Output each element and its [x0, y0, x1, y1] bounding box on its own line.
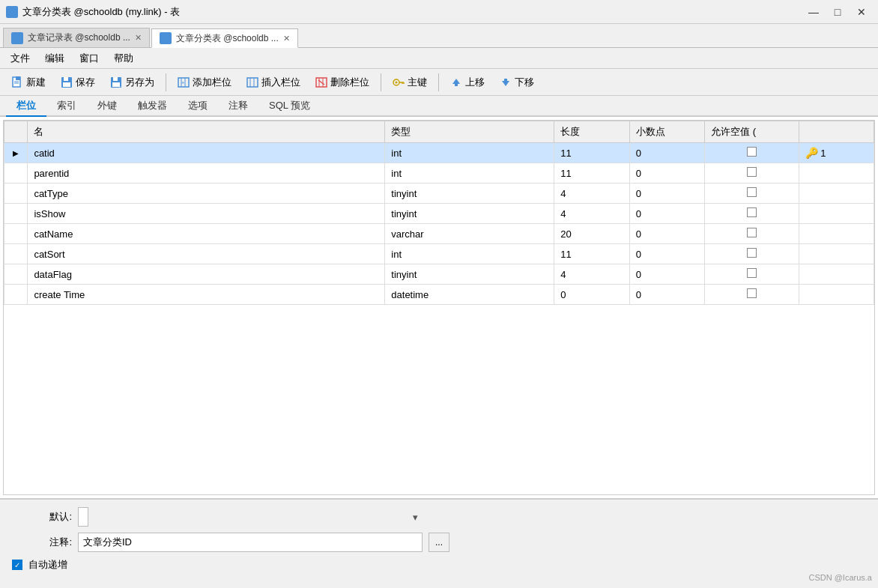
- allownull-checkbox[interactable]: [747, 248, 757, 258]
- tab-articles-close[interactable]: ✕: [135, 33, 142, 43]
- allownull-checkbox[interactable]: [747, 228, 757, 237]
- row-indicator: [4, 264, 28, 285]
- col-allownull-cell[interactable]: [705, 184, 799, 204]
- comment-input[interactable]: [78, 533, 423, 552]
- col-length-cell: 4: [554, 184, 629, 204]
- col-decimal-cell: 0: [629, 163, 704, 184]
- col-extra-cell: 🔑 1: [799, 143, 874, 163]
- separator-3: [438, 73, 439, 91]
- col-allownull-cell[interactable]: [705, 285, 799, 305]
- autoincrement-label: 自动递增: [28, 558, 67, 572]
- allownull-checkbox[interactable]: [747, 207, 757, 217]
- col-decimal-cell: 0: [629, 184, 704, 204]
- tab-foreignkeys[interactable]: 外键: [87, 96, 127, 117]
- tab-triggers[interactable]: 触发器: [127, 96, 178, 117]
- movedown-button[interactable]: 下移: [493, 72, 541, 93]
- svg-rect-15: [247, 78, 258, 87]
- col-type-cell: tinyint: [385, 184, 554, 204]
- svg-rect-6: [63, 82, 70, 87]
- save-icon: [61, 76, 73, 88]
- table-row[interactable]: ▶catidint110🔑 1: [4, 143, 874, 163]
- col-type-cell: varchar: [385, 224, 554, 244]
- col-allownull-cell[interactable]: [705, 143, 799, 163]
- table-row[interactable]: parentidint110: [4, 163, 874, 184]
- deletecol-button[interactable]: 删除栏位: [309, 72, 376, 93]
- comment-row: 注释: ...: [12, 533, 866, 552]
- col-header-name: 名: [28, 121, 385, 143]
- svg-text:+: +: [181, 79, 185, 86]
- tab-categories-close[interactable]: ✕: [283, 34, 290, 43]
- col-type-cell: int: [385, 163, 554, 184]
- col-header-length: 长度: [554, 121, 629, 143]
- maximize-button[interactable]: □: [827, 4, 848, 19]
- addcol-label: 添加栏位: [193, 76, 231, 89]
- tab-comments[interactable]: 注释: [218, 96, 258, 117]
- col-type-cell: int: [385, 244, 554, 264]
- close-button[interactable]: ✕: [851, 4, 872, 19]
- col-extra-cell: [799, 224, 874, 244]
- new-button[interactable]: 新建: [4, 72, 52, 93]
- allownull-checkbox[interactable]: [747, 288, 757, 298]
- menu-edit[interactable]: 编辑: [37, 49, 72, 68]
- comment-ellipsis-button[interactable]: ...: [429, 533, 449, 552]
- table-row[interactable]: isShowtinyint40: [4, 204, 874, 224]
- tab-sqlpreview[interactable]: SQL 预览: [258, 96, 321, 117]
- tab-categories[interactable]: 文章分类表 @schooldb ... ✕: [151, 28, 298, 48]
- insertcol-label: 插入栏位: [261, 76, 300, 89]
- menu-window[interactable]: 窗口: [72, 49, 106, 68]
- insertcol-button[interactable]: 插入栏位: [240, 72, 307, 93]
- table-row[interactable]: catTypetinyint40: [4, 184, 874, 204]
- addcol-button[interactable]: + 添加栏位: [171, 72, 238, 93]
- col-name-cell: parentid: [28, 163, 385, 184]
- allownull-checkbox[interactable]: [747, 167, 757, 177]
- menu-help[interactable]: 帮助: [106, 49, 141, 68]
- tab-columns[interactable]: 栏位: [6, 96, 46, 117]
- col-type-cell: tinyint: [385, 204, 554, 224]
- col-allownull-cell[interactable]: [705, 244, 799, 264]
- row-indicator: [4, 285, 28, 305]
- table-row[interactable]: catSortint110: [4, 244, 874, 264]
- columns-table: 名 类型 长度 小数点 允许空值 ( ▶catidint110🔑 1parent…: [4, 121, 874, 305]
- table-row[interactable]: catNamevarchar200: [4, 224, 874, 244]
- addcol-icon: +: [178, 76, 190, 88]
- separator-2: [381, 73, 381, 91]
- col-length-cell: 4: [554, 264, 629, 285]
- col-allownull-cell[interactable]: [705, 204, 799, 224]
- saveas-icon: +: [110, 76, 122, 88]
- row-indicator: ▶: [4, 143, 28, 163]
- deletecol-label: 删除栏位: [330, 76, 369, 89]
- tab-categories-label: 文章分类表 @schooldb ...: [176, 32, 279, 45]
- svg-rect-8: [113, 77, 118, 81]
- tab-articles-label: 文章记录表 @schooldb ...: [28, 31, 130, 44]
- col-allownull-cell[interactable]: [705, 224, 799, 244]
- minimize-button[interactable]: —: [803, 4, 824, 19]
- col-type-cell: int: [385, 143, 554, 163]
- default-label: 默认:: [12, 510, 72, 524]
- allownull-checkbox[interactable]: [747, 268, 757, 278]
- table-row[interactable]: dataFlagtinyint40: [4, 264, 874, 285]
- tab-indexes[interactable]: 索引: [46, 96, 87, 117]
- svg-text:+: +: [118, 84, 121, 88]
- title-bar-controls: — □ ✕: [803, 4, 872, 19]
- allownull-checkbox[interactable]: [747, 147, 757, 157]
- col-length-cell: 0: [554, 285, 629, 305]
- autoincrement-checkbox[interactable]: [12, 560, 22, 570]
- col-extra-cell: [799, 204, 874, 224]
- tab-articles-icon: [11, 32, 23, 44]
- table-row[interactable]: create Timedatetime00: [4, 285, 874, 305]
- col-name-cell: catType: [28, 184, 385, 204]
- save-button[interactable]: 保存: [54, 72, 102, 93]
- tab-options[interactable]: 选项: [178, 96, 218, 117]
- tab-articles[interactable]: 文章记录表 @schooldb ... ✕: [3, 28, 150, 47]
- separator-1: [166, 73, 166, 91]
- table-container[interactable]: 名 类型 长度 小数点 允许空值 ( ▶catidint110🔑 1parent…: [3, 120, 875, 495]
- moveup-button[interactable]: 上移: [443, 72, 491, 93]
- default-select[interactable]: [78, 507, 88, 527]
- col-decimal-cell: 0: [629, 143, 704, 163]
- primarykey-button[interactable]: 主键: [386, 72, 434, 93]
- menu-file[interactable]: 文件: [3, 49, 37, 68]
- col-allownull-cell[interactable]: [705, 264, 799, 285]
- allownull-checkbox[interactable]: [747, 187, 757, 197]
- saveas-button[interactable]: + 另存为: [103, 72, 161, 93]
- col-allownull-cell[interactable]: [705, 163, 799, 184]
